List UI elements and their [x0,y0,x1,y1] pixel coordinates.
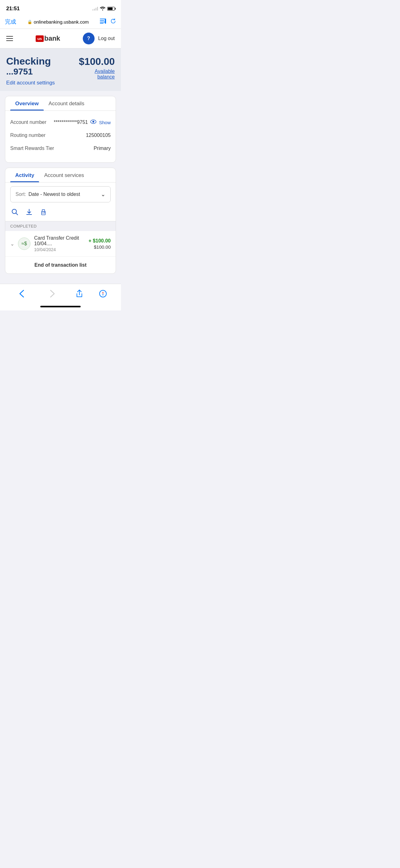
download-icon[interactable] [26,209,33,217]
browser-actions [100,18,116,26]
sort-dropdown[interactable]: Sort: Date - Newest to oldest ⌄ [10,186,111,203]
svg-rect-3 [100,23,104,24]
overview-card: Overview Account details Account number … [5,96,116,163]
print-icon[interactable] [40,209,47,217]
completed-section-header: COMPLETED [5,221,116,231]
account-number-value: ************9751 Show [54,120,111,125]
url-text: onlinebanking.usbank.com [34,19,89,25]
account-header: Checking ...9751 Edit account settings $… [0,49,121,91]
content-section: Overview Account details Account number … [0,91,121,284]
show-account-number-link[interactable]: Show [99,120,111,125]
back-button[interactable] [14,288,29,302]
compass-button[interactable] [99,290,107,300]
end-of-list: End of transaction list [5,257,116,274]
home-indicator [0,304,121,310]
svg-rect-11 [41,213,45,215]
url-bar[interactable]: 🔒 onlinebanking.usbank.com [20,19,96,25]
overview-content: Account number ************9751 Show Rou… [5,111,116,162]
smart-rewards-value: Primary [94,146,111,151]
signal-icon [92,7,98,10]
svg-rect-2 [100,22,105,22]
svg-rect-1 [100,20,104,21]
sort-row: Sort: Date - Newest to oldest [15,191,80,197]
account-number-masked: ************9751 [54,120,88,125]
activity-tab-bar: Activity Account services [5,168,116,183]
sort-value: Date - Newest to oldest [29,191,80,197]
account-balance: $100.00 Available balance [77,56,115,80]
table-row[interactable]: ⌄ ≈$ Card Transfer Credit 10/04.... 10/0… [5,231,116,257]
account-number: ...9751 [6,67,33,76]
nav-right: ? Log out [83,33,115,44]
tab-account-details[interactable]: Account details [44,96,89,111]
browser-done-button[interactable]: 完成 [5,18,16,26]
tab-account-services[interactable]: Account services [39,168,89,182]
tab-overview[interactable]: Overview [10,96,44,111]
eye-icon [90,120,96,125]
svg-point-13 [44,212,45,213]
nav-bar: us bank ? Log out [0,29,121,49]
menu-button[interactable] [6,36,13,41]
overview-tab-bar: Overview Account details [5,96,116,111]
activity-action-icons [5,206,116,221]
balance-amount: $100.00 [79,56,115,67]
svg-point-6 [92,121,94,123]
transaction-name: Card Transfer Credit 10/04.... [34,235,85,247]
forward-button[interactable] [45,288,60,302]
activity-card: Activity Account services Sort: Date - N… [5,168,116,274]
transaction-balance: $100.00 [88,244,111,250]
tab-activity[interactable]: Activity [10,168,39,182]
smart-rewards-label: Smart Rewards Tier [10,146,54,151]
lock-icon: 🔒 [27,20,32,24]
transaction-amount: + $100.00 [88,238,111,244]
svg-point-14 [100,290,106,297]
account-number-label: Account number [10,120,46,125]
help-button[interactable]: ? [83,33,95,44]
transaction-date: 10/04/2024 [34,247,85,252]
usbank-logo: us bank [36,34,61,42]
account-name: Checking [6,56,51,67]
reader-icon[interactable] [100,19,106,25]
svg-rect-12 [42,210,45,211]
sort-prefix: Sort: [15,191,26,197]
smart-rewards-row: Smart Rewards Tier Primary [10,142,111,155]
svg-marker-16 [102,294,104,296]
account-info: Checking ...9751 Edit account settings [6,56,77,86]
svg-marker-15 [102,291,104,294]
search-icon[interactable] [11,209,18,217]
bank-text: bank [44,34,60,42]
wifi-icon [100,6,105,11]
transaction-amounts: + $100.00 $100.00 [88,238,111,250]
status-time: 21:51 [6,6,20,12]
logout-button[interactable]: Log out [98,36,115,41]
edit-account-settings-link[interactable]: Edit account settings [6,80,77,86]
status-bar: 21:51 [0,0,121,16]
battery-icon [107,7,115,10]
us-badge: us [36,35,44,42]
browser-bar: 完成 🔒 onlinebanking.usbank.com [0,16,121,29]
status-icons [92,6,115,11]
svg-line-8 [16,213,18,215]
home-bar [40,306,80,307]
svg-rect-4 [105,19,106,24]
account-number-row: Account number ************9751 Show [10,116,111,129]
chevron-down-icon: ⌄ [101,191,105,198]
transaction-details: Card Transfer Credit 10/04.... 10/04/202… [34,235,85,252]
routing-number-value: 125000105 [86,132,111,138]
balance-label[interactable]: Available balance [77,69,115,80]
routing-number-label: Routing number [10,132,45,138]
routing-number-row: Routing number 125000105 [10,129,111,142]
bottom-toolbar [0,284,121,304]
transaction-expand-icon[interactable]: ⌄ [10,241,14,247]
refresh-icon[interactable] [110,18,116,26]
share-button[interactable] [76,289,83,300]
transaction-type-icon: ≈$ [18,238,30,250]
